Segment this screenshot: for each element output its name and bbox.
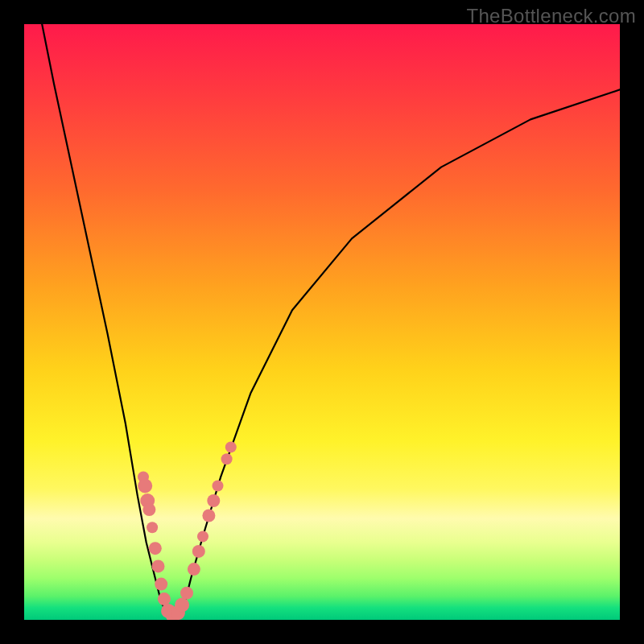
data-marker: [225, 441, 237, 452]
chart-svg: [24, 24, 620, 620]
data-marker: [158, 592, 171, 605]
data-marker: [175, 598, 189, 613]
data-marker: [155, 578, 167, 591]
data-marker: [221, 453, 233, 464]
data-marker: [180, 587, 193, 600]
data-marker: [197, 530, 208, 542]
data-marker: [149, 542, 162, 555]
data-marker: [213, 481, 224, 492]
data-marker: [152, 559, 165, 572]
data-marker: [207, 494, 220, 507]
data-marker: [192, 545, 205, 558]
data-marker: [202, 510, 215, 522]
data-marker: [138, 479, 152, 493]
data-marker: [142, 503, 155, 516]
plot-area: [24, 24, 620, 620]
data-marker: [147, 522, 158, 533]
data-marker: [188, 563, 200, 576]
chart-frame: TheBottleneck.com: [0, 0, 644, 644]
bottleneck-curve: [42, 24, 620, 617]
